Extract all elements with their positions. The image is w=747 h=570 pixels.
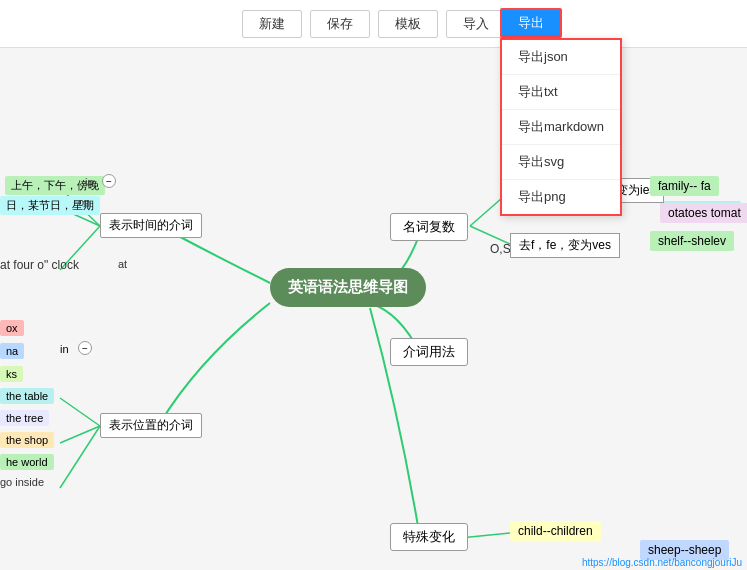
tag-the-shop: the shop [0,432,54,448]
new-button[interactable]: 新建 [242,10,302,38]
export-button[interactable]: 导出 [500,8,562,38]
node-shijian-jiec: 表示时间的介词 [100,213,202,238]
tag-in-circle: − [102,174,116,188]
svg-line-9 [60,426,100,488]
export-svg-item[interactable]: 导出svg [502,145,620,180]
export-dropdown: 导出 导出json 导出txt 导出markdown 导出svg 导出png [500,8,562,38]
node-shelf: shelf--shelev [650,231,734,251]
node-os: O,S [490,242,511,256]
connector-lines [0,48,747,570]
node-quf: 去f，fe，变为ves [510,233,620,258]
tag-box: ox [0,320,24,336]
tag-go-inside: go inside [0,476,44,488]
branch-teshu-bianhua: 特殊变化 [390,523,468,551]
tag-on-time: on [78,196,90,208]
tag-ks: ks [0,366,23,382]
tag-atfour: at four o" clock [0,258,79,272]
export-menu: 导出json 导出txt 导出markdown 导出svg 导出png [500,38,622,216]
tag-the-table: the table [0,388,54,404]
tag-ina: na [0,343,24,359]
toolbar: 新建 保存 模板 导入 导出 导出json 导出txt 导出markdown 导… [0,0,747,48]
mindmap-canvas: 英语语法思维导图 名词复数 介词用法 特殊变化 辅音字母+y结尾，变为ies f… [0,48,747,570]
node-weizhi-jiec: 表示位置的介词 [100,413,202,438]
export-markdown-item[interactable]: 导出markdown [502,110,620,145]
tag-in2: in [60,343,69,355]
tag-the-tree: the tree [0,410,49,426]
tag-at-time: at [118,258,127,270]
tag-in-circle2: − [78,341,92,355]
svg-line-8 [60,426,100,443]
watermark: https://blog.csdn.net/bancongjouriJu [582,557,742,568]
node-child: child--children [510,521,601,541]
save-button[interactable]: 保存 [310,10,370,38]
tag-the-world: he world [0,454,54,470]
central-node: 英语语法思维导图 [270,268,426,307]
export-png-item[interactable]: 导出png [502,180,620,214]
branch-jieciyongfa: 介词用法 [390,338,468,366]
svg-line-7 [60,398,100,426]
node-potatoes: otatoes tomat [660,203,747,223]
node-family: family-- fa [650,176,719,196]
template-button[interactable]: 模板 [378,10,438,38]
export-json-item[interactable]: 导出json [502,40,620,75]
export-txt-item[interactable]: 导出txt [502,75,620,110]
tag-in-time: in [85,176,94,188]
import-button[interactable]: 导入 [446,10,506,38]
branch-mingci-fusu: 名词复数 [390,213,468,241]
